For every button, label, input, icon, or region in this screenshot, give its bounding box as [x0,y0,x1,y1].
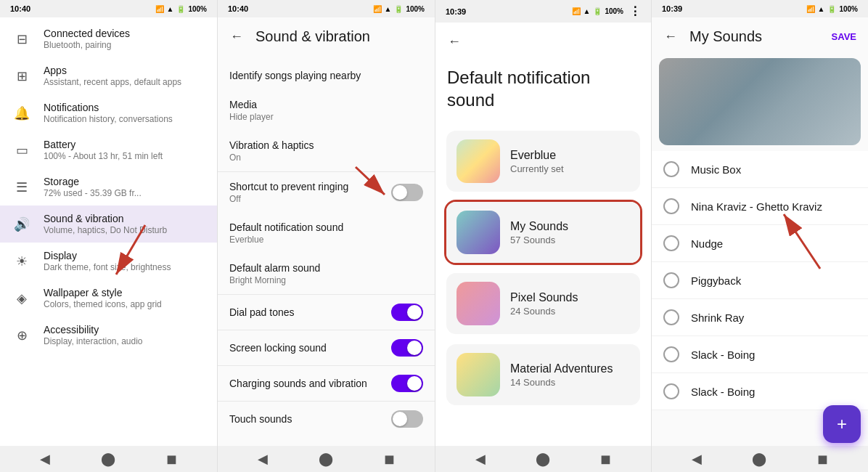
sound-tile-pixel[interactable]: Pixel Sounds 24 Sounds [444,271,642,336]
nav-recent-1[interactable]: ◼ [166,451,177,467]
panel2-title: Sound & vibration [255,28,370,45]
nav-back-2[interactable]: ◀ [258,451,268,467]
toggle-thumb-touch-sounds [393,412,407,426]
nav-home-1[interactable]: ⬤ [101,451,115,467]
sound-row-screen-locking[interactable]: Screen locking sound [218,330,435,365]
nav-recent-4[interactable]: ◼ [817,451,828,467]
nav-back-4[interactable]: ◀ [692,451,702,467]
settings-icon-accessibility: ⊕ [12,325,32,346]
add-sound-fab[interactable]: + [823,405,861,443]
tile-title-material: Material Adventures [510,362,613,375]
settings-item-wallpaper[interactable]: ◈ Wallpaper & style Colors, themed icons… [0,280,217,317]
toggle-thumb-dialpad-tones [407,305,422,320]
sound-name-nudge: Nudge [691,237,723,250]
sound-row-sub-default-notification: Everblue [229,235,423,245]
save-button[interactable]: SAVE [826,28,862,45]
settings-item-notifications[interactable]: 🔔 Notifications Notification history, co… [0,94,217,131]
nav-home-3[interactable]: ⬤ [536,451,550,467]
my-sound-nina-kraviz[interactable]: Nina Kraviz - Ghetto Kraviz [652,188,868,225]
back-button-4[interactable]: ← [658,23,684,49]
settings-item-connected-devices[interactable]: ⊟ Connected devices Bluetooth, pairing [0,20,217,57]
toggle-screen-locking[interactable] [391,339,423,357]
sound-row-nearby-share[interactable]: Identify songs playing nearby [218,61,435,90]
status-icons-2: 📶 ▲ 🔋 100% [373,5,425,13]
radio-slack-boing-1 [663,346,679,362]
settings-item-storage[interactable]: ☰ Storage 72% used - 35.39 GB fr... [0,168,217,206]
sound-row-sub-vibration-haptics: On [229,152,423,163]
battery-icon-1: 🔋 [176,5,185,13]
my-sound-shrink-ray[interactable]: Shrink Ray [652,299,868,336]
nav-recent-3[interactable]: ◼ [600,451,611,467]
sound-name-shrink-ray: Shrink Ray [691,312,744,324]
sound-row-title-shortcut-prevent: Shortcut to prevent ringing [229,181,391,192]
settings-icon-battery: ▭ [12,140,32,160]
nav-back-1[interactable]: ◀ [40,451,50,467]
more-icon-3[interactable]: ⋮ [629,4,641,18]
radio-piggyback [663,272,679,288]
settings-item-display[interactable]: ☀ Display Dark theme, font size, brightn… [0,243,217,280]
sound-row-shortcut-prevent[interactable]: Shortcut to prevent ringing Off [218,171,435,213]
toggle-shortcut-prevent[interactable] [391,184,423,201]
settings-item-battery[interactable]: ▭ Battery 100% - About 13 hr, 51 min lef… [0,131,217,168]
radio-nina-kraviz [663,198,679,214]
tile-title-pixel: Pixel Sounds [510,291,578,304]
signal-icon-4: ▲ [818,5,825,13]
my-sound-piggyback[interactable]: Piggyback [652,262,868,299]
sound-row-default-notification[interactable]: Default notification sound Everblue [218,213,435,253]
sound-row-vibration-haptics[interactable]: Vibration & haptics On [218,131,435,171]
settings-item-apps[interactable]: ⊞ Apps Assistant, recent apps, default a… [0,57,217,94]
settings-item-sound[interactable]: 🔊 Sound & vibration Volume, haptics, Do … [0,206,217,243]
settings-title-display: Display [44,250,205,261]
toggle-touch-sounds[interactable] [391,410,423,428]
settings-sub-connected-devices: Bluetooth, pairing [44,40,205,50]
sound-tile-material[interactable]: Material Adventures 14 Sounds [444,342,642,407]
tile-icon-material [456,353,500,396]
back-button-3[interactable]: ← [441,28,467,54]
tile-title-everblue: Everblue [510,149,564,162]
battery-icon-3: 🔋 [593,7,602,15]
nav-recent-2[interactable]: ◼ [384,451,395,467]
toggle-dialpad-tones[interactable] [391,304,423,321]
sound-row-touch-sounds[interactable]: Touch sounds [218,401,435,436]
sound-row-media[interactable]: Media Hide player [218,90,435,131]
settings-sub-display: Dark theme, font size, brightness [44,262,205,272]
signal-icon-3: ▲ [584,7,591,15]
tile-icon-mysounds [456,211,500,254]
settings-title-accessibility: Accessibility [44,324,205,335]
radio-nudge [663,235,679,251]
toggle-charging-sounds[interactable] [391,375,423,392]
sound-tile-mysounds[interactable]: My Sounds 57 Sounds [444,200,642,265]
toggle-thumb-charging-sounds [407,376,422,391]
signal-icon: ▲ [167,5,174,13]
sound-row-default-alarm[interactable]: Default alarm sound Bright Morning [218,253,435,294]
sound-tile-everblue[interactable]: Everblue Currently set [444,129,642,194]
sound-row-charging-sounds[interactable]: Charging sounds and vibration [218,365,435,401]
sound-row-title-dialpad-tones: Dial pad tones [229,306,391,318]
sound-name-music-box: Music Box [691,163,741,176]
notification-sound-panel: 10:39 📶 ▲ 🔋 100% ⋮ ← Default notificatio… [435,0,652,472]
back-button-2[interactable]: ← [224,23,250,49]
tile-icon-pixel [456,282,500,325]
time-2: 10:40 [228,4,248,13]
sound-row-dialpad-tones[interactable]: Dial pad tones [218,294,435,330]
notification-sound-list: Everblue Currently set My Sounds 57 Soun… [435,120,651,446]
sound-row-title-touch-sounds: Touch sounds [229,413,391,425]
bottom-nav-4: ◀ ⬤ ◼ [652,446,868,472]
my-sound-slack-boing-1[interactable]: Slack - Boing [652,336,868,373]
sound-row-sub-default-alarm: Bright Morning [229,275,423,285]
nav-home-4[interactable]: ⬤ [752,451,766,467]
sound-name-piggyback: Piggyback [691,274,741,287]
my-sounds-list: Music Box Nina Kraviz - Ghetto Kraviz Nu… [652,148,868,446]
wifi-icon: 📶 [155,5,164,13]
nav-back-3[interactable]: ◀ [475,451,486,467]
my-sound-nudge[interactable]: Nudge [652,225,868,262]
nav-home-2[interactable]: ⬤ [319,451,333,467]
settings-panel: 10:40 📶 ▲ 🔋 100% ⊟ Connected devices Blu… [0,0,218,472]
settings-title-storage: Storage [44,176,205,187]
status-bar-4: 10:39 📶 ▲ 🔋 100% [652,0,868,17]
sound-name-slack-boing-2: Slack - Boing [691,386,755,398]
my-sound-music-box[interactable]: Music Box [652,151,868,188]
settings-item-accessibility[interactable]: ⊕ Accessibility Display, interaction, au… [0,317,217,354]
settings-icon-storage: ☰ [12,177,32,198]
sound-row-title-media: Media [229,99,423,110]
